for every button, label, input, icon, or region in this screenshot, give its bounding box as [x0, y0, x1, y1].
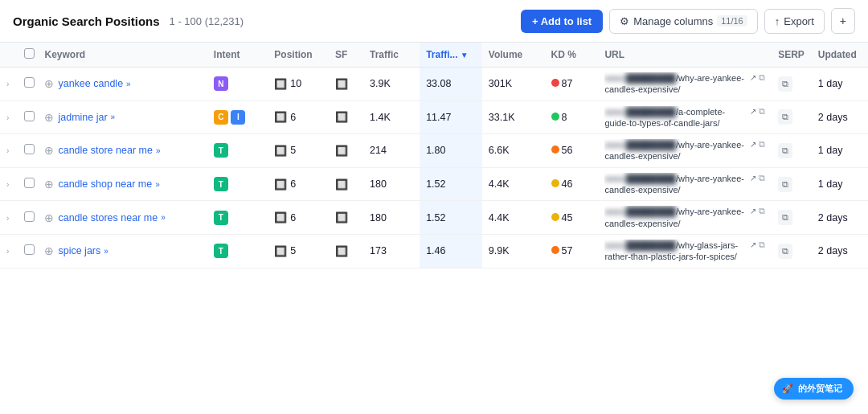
expand-button[interactable]: ›	[6, 113, 9, 122]
external-link-icon[interactable]: ↗	[750, 140, 756, 149]
traffic-value: 1.4K	[370, 112, 391, 123]
export-button[interactable]: ↑ Export	[764, 9, 825, 34]
copy-icon[interactable]: ⧉	[759, 72, 765, 83]
keyword-cell: ⊕ candle shop near me »	[44, 178, 200, 191]
page-title: Organic Search Positions	[13, 14, 160, 28]
add-keyword-icon[interactable]: ⊕	[44, 178, 54, 191]
volume-value: 301K	[489, 78, 512, 89]
row-checkbox[interactable]	[24, 111, 35, 121]
updated-value: 2 days	[818, 112, 848, 123]
serp-button[interactable]: ⧉	[778, 143, 792, 158]
serp-button[interactable]: ⧉	[778, 210, 792, 225]
col-keyword-header: Keyword	[38, 43, 207, 68]
serp-button[interactable]: ⧉	[778, 109, 792, 125]
serp-button[interactable]: ⧉	[778, 244, 792, 259]
keyword-link[interactable]: jadmine jar »	[58, 112, 115, 123]
col-expand	[0, 43, 18, 68]
traffic2-value: 1.80	[426, 145, 445, 156]
serp-button[interactable]: ⧉	[778, 177, 792, 192]
col-volume-header[interactable]: Volume	[482, 43, 545, 68]
updated-value: 2 days	[818, 245, 848, 256]
sf-icon: 🔲	[335, 178, 348, 191]
url-text: www.████████/a-complete-guide-to-types-o…	[604, 106, 747, 129]
external-link-icon[interactable]: ↗	[750, 107, 756, 116]
keyword-link[interactable]: candle store near me »	[58, 145, 160, 156]
floating-badge[interactable]: 🚀 的外贸笔记	[774, 378, 854, 400]
keyword-link[interactable]: candle shop near me »	[58, 178, 159, 190]
add-keyword-icon[interactable]: ⊕	[44, 77, 54, 90]
result-count: 1 - 100 (12,231)	[170, 15, 244, 27]
url-cell: www.████████/why-glass-jars-rather-than-…	[604, 240, 765, 263]
add-to-list-button[interactable]: + Add to list	[521, 10, 603, 33]
copy-icon[interactable]: ⧉	[759, 240, 765, 250]
manage-columns-label: Manage columns	[633, 15, 713, 27]
col-traffic2-header[interactable]: Traffi... ▼	[420, 43, 482, 68]
intent-badge: N	[214, 76, 228, 91]
col-kd-header[interactable]: KD %	[545, 43, 599, 68]
kd-value: 57	[562, 245, 573, 256]
kd-dot	[551, 213, 559, 221]
expand-button[interactable]: ›	[6, 247, 9, 256]
keyword-arrows-icon: »	[104, 247, 108, 256]
row-checkbox[interactable]	[24, 77, 35, 88]
external-link-icon[interactable]: ↗	[750, 207, 756, 215]
keyword-link[interactable]: yankee candle »	[58, 78, 130, 89]
keyword-cell: ⊕ spice jars »	[44, 244, 200, 257]
kd-value: 45	[562, 212, 573, 223]
col-check	[18, 43, 39, 68]
add-icon-button[interactable]: +	[831, 8, 855, 34]
keyword-link[interactable]: spice jars »	[58, 245, 108, 256]
external-link-icon[interactable]: ↗	[750, 73, 756, 82]
expand-button[interactable]: ›	[6, 146, 9, 155]
serp-button[interactable]: ⧉	[778, 76, 792, 92]
volume-value: 4.4K	[489, 178, 510, 190]
position-value: 6	[290, 212, 296, 223]
filter-icon: ▼	[461, 51, 469, 59]
col-updated-header[interactable]: Updated	[812, 43, 868, 68]
export-label: Export	[784, 15, 814, 27]
volume-value: 6.6K	[489, 145, 510, 156]
keyword-link[interactable]: candle stores near me »	[58, 212, 165, 223]
external-link-icon[interactable]: ↗	[750, 174, 756, 182]
add-keyword-icon[interactable]: ⊕	[44, 211, 54, 224]
add-keyword-icon[interactable]: ⊕	[44, 111, 54, 124]
position-value: 5	[290, 245, 296, 256]
select-all-checkbox[interactable]	[24, 48, 35, 59]
rocket-icon: 🚀	[782, 383, 793, 394]
volume-value: 9.9K	[489, 245, 510, 256]
manage-columns-button[interactable]: ⚙ Manage columns 11/16	[609, 9, 758, 34]
col-position-header[interactable]: Position	[268, 43, 329, 68]
intent-badge: T	[214, 244, 228, 258]
row-checkbox[interactable]	[24, 244, 35, 255]
kd-value: 56	[562, 145, 573, 156]
col-traffic-header[interactable]: Traffic	[363, 43, 420, 68]
row-checkbox[interactable]	[24, 178, 35, 188]
external-link-icon[interactable]: ↗	[750, 240, 756, 249]
expand-button[interactable]: ›	[6, 214, 9, 223]
kd-dot	[551, 113, 559, 121]
add-keyword-icon[interactable]: ⊕	[44, 144, 54, 157]
sf-icon: 🔲	[335, 245, 348, 257]
volume-value: 4.4K	[489, 212, 510, 223]
copy-icon[interactable]: ⧉	[759, 139, 765, 150]
copy-icon[interactable]: ⧉	[759, 206, 765, 216]
table-row: › ⊕ candle shop near me » T 🔲 6 🔲1801.52…	[0, 167, 868, 201]
add-keyword-icon[interactable]: ⊕	[44, 244, 54, 257]
header-actions: + Add to list ⚙ Manage columns 11/16 ↑ E…	[521, 8, 855, 34]
row-checkbox[interactable]	[24, 211, 35, 222]
copy-icon[interactable]: ⧉	[759, 173, 765, 183]
copy-icon[interactable]: ⧉	[759, 106, 765, 117]
kd-dot	[551, 146, 559, 154]
intent-badge2: I	[231, 110, 245, 125]
row-checkbox[interactable]	[24, 144, 35, 154]
url-domain: www.████████	[604, 207, 676, 216]
updated-value: 1 day	[818, 145, 843, 156]
keyword-arrows-icon: »	[161, 213, 166, 222]
columns-badge: 11/16	[717, 15, 747, 27]
table-container: Keyword Intent Position SF Traffic Traff…	[0, 43, 868, 268]
expand-button[interactable]: ›	[6, 80, 9, 88]
keyword-cell: ⊕ jadmine jar »	[44, 111, 200, 124]
expand-button[interactable]: ›	[6, 180, 9, 189]
traffic-value: 3.9K	[370, 78, 391, 89]
export-icon: ↑	[775, 15, 780, 27]
